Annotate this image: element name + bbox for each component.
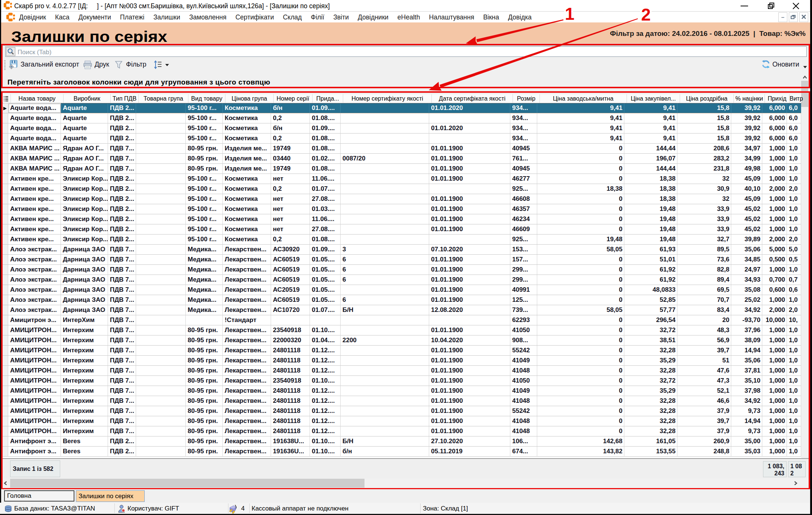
svg-text:2: 2 bbox=[641, 5, 651, 24]
svg-text:1: 1 bbox=[565, 4, 575, 24]
